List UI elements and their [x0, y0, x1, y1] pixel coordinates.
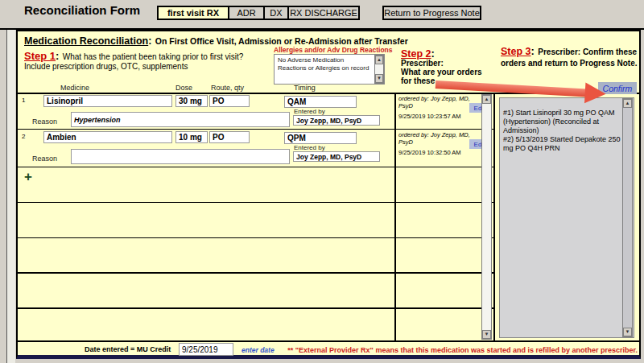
tab-adr[interactable]: ADR — [228, 6, 265, 20]
scroll-down-icon[interactable]: ▼ — [482, 330, 491, 339]
step2-header: Step 2: Prescriber: What are your orders… — [401, 48, 493, 85]
tab-first-visit-rx[interactable]: first visit RX — [157, 6, 229, 20]
order1-ordered-by: ordered by: Joy Zepp, MD, PsyD — [398, 96, 481, 109]
form-heading-label: Medication Reconciliation — [24, 35, 148, 47]
date-entered-label: Date entered = MU Credit — [85, 345, 171, 353]
column-header-route: Route, qty — [211, 84, 244, 92]
table-bottom-border — [16, 340, 641, 342]
step1-label: Step 1 — [24, 50, 56, 62]
scroll-up-icon[interactable]: ▲ — [375, 56, 383, 64]
step1-header: Step 1: What has the patient been taking… — [24, 50, 270, 72]
allergies-box[interactable]: No Adverse Medication Reactions or Aller… — [274, 54, 385, 85]
column-header-dose: Dose — [175, 84, 192, 92]
tab-adr-label: ADR — [237, 8, 255, 18]
row2-number: 2 — [22, 133, 25, 140]
step3-left-divider — [493, 93, 495, 340]
step2-scrollbar[interactable]: ▲ ▼ — [481, 94, 492, 340]
row1-entered-by-input[interactable] — [293, 115, 380, 126]
table-top-border — [16, 93, 641, 94]
add-row-button[interactable]: + — [24, 169, 32, 185]
column-header-timing: Timing — [294, 84, 316, 92]
row1-entered-by-label: Entered by — [294, 108, 325, 115]
confirmed-orders-textarea[interactable]: #1) Start Lisinopril 30 mg PO QAM (Hyper… — [499, 97, 634, 338]
reconciliation-form-screen: Reconciliation Form first visit RX ADR D… — [0, 0, 644, 363]
enter-date-hint: enter date — [242, 346, 275, 354]
step3-header: Step 3: Prescriber: Confirm these orders… — [501, 46, 638, 68]
row1-reason-label: Reason — [32, 118, 57, 126]
row2-medicine-input[interactable] — [43, 131, 172, 143]
row1-number: 1 — [22, 97, 25, 104]
row2-entered-by-label: Entered by — [294, 144, 325, 151]
tab-first-visit-rx-label: first visit RX — [167, 8, 219, 18]
row1-medicine-input[interactable] — [43, 95, 172, 107]
row1-dose-input[interactable] — [175, 95, 208, 107]
order2-ordered-by: ordered by: Joy Zepp, MD, PsyD — [398, 132, 481, 146]
row2-reason-label: Reason — [32, 155, 57, 163]
row-divider — [18, 129, 493, 130]
plus-icon: + — [24, 169, 32, 184]
step3-label: Step 3 — [501, 46, 531, 57]
return-button-label: Return to Progress Note — [384, 8, 480, 18]
heading-colon: : — [148, 35, 151, 47]
row2-entered-by-input[interactable] — [293, 151, 380, 162]
allergies-text: No Adverse Medication Reactions or Aller… — [278, 56, 369, 72]
left-page-strip — [6, 30, 15, 363]
order2-timestamp: 9/25/2019 10:32:50 AM — [398, 149, 461, 156]
tab-rx-discharge-label: RX DISCHARGE — [290, 8, 357, 18]
row1-timing-input[interactable] — [284, 96, 357, 108]
scroll-up-icon[interactable]: ▲ — [623, 99, 632, 108]
column-header-medicine: Medicine — [60, 84, 89, 92]
order1-timestamp: 9/25/2019 10:23:57 AM — [398, 113, 461, 120]
empty-medication-row — [18, 202, 393, 237]
tab-rx-discharge[interactable]: RX DISCHARGE — [287, 6, 360, 20]
external-provider-note: ** "External Provider Rx" means that thi… — [287, 346, 638, 354]
step1-include-note: Include prescription drugs, OTC, supplem… — [24, 62, 270, 72]
row2-route-input[interactable] — [209, 131, 250, 143]
step3-scrollbar[interactable]: ▲ ▼ — [622, 98, 633, 337]
scroll-down-icon[interactable]: ▼ — [623, 328, 632, 336]
step2-left-divider — [394, 93, 396, 340]
confirmed-orders-text: #1) Start Lisinopril 30 mg PO QAM (Hyper… — [503, 109, 621, 152]
scroll-down-icon[interactable]: ▼ — [375, 74, 383, 83]
return-to-progress-note-button[interactable]: Return to Progress Note — [382, 6, 481, 20]
empty-medication-row — [18, 308, 393, 340]
step2-label: Step 2 — [401, 48, 431, 60]
row1-route-input[interactable] — [209, 95, 250, 107]
row-divider — [18, 167, 493, 168]
empty-medication-row — [18, 237, 393, 272]
scroll-up-icon[interactable]: ▲ — [482, 95, 491, 104]
row2-dose-input[interactable] — [175, 131, 208, 143]
allergies-scrollbar[interactable]: ▲ ▼ — [374, 55, 384, 84]
step1-question: What has the patient been taking prior t… — [63, 52, 244, 61]
empty-medication-row — [18, 273, 393, 307]
date-entered-input[interactable] — [179, 343, 233, 356]
row2-reason-input[interactable] — [71, 149, 290, 164]
row2-timing-input[interactable] — [284, 132, 357, 144]
tab-dx[interactable]: DX — [263, 6, 289, 20]
allergies-label: Allergies and/or Adv Drug Reactions — [274, 46, 393, 54]
row1-reason-input[interactable] — [71, 112, 290, 127]
confirm-button[interactable]: Confirm — [598, 82, 637, 94]
tab-dx-label: DX — [270, 8, 282, 18]
form-heading-suffix: On First Office Visit, Admission or Re-A… — [155, 36, 408, 46]
page-title: Reconciliation Form — [24, 3, 140, 17]
